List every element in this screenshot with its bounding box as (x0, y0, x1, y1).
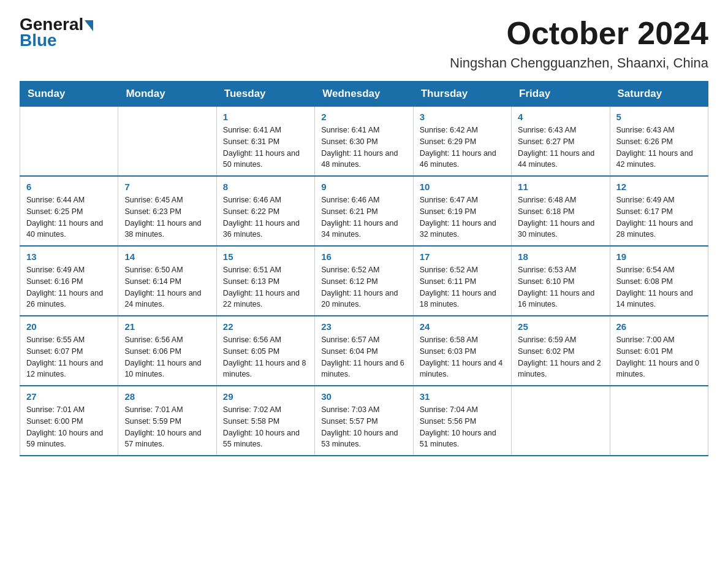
calendar-cell: 24Sunrise: 6:58 AM Sunset: 6:03 PM Dayli… (413, 316, 511, 386)
day-info: Sunrise: 6:52 AM Sunset: 6:11 PM Dayligh… (420, 264, 505, 310)
calendar-cell: 3Sunrise: 6:42 AM Sunset: 6:29 PM Daylig… (413, 107, 511, 177)
calendar-cell: 30Sunrise: 7:03 AM Sunset: 5:57 PM Dayli… (315, 386, 413, 456)
day-number: 1 (223, 112, 308, 122)
day-number: 12 (616, 182, 702, 192)
page-header: General Blue October 2024 (20, 15, 708, 52)
day-info: Sunrise: 6:41 AM Sunset: 6:31 PM Dayligh… (223, 124, 308, 170)
day-number: 29 (223, 391, 308, 402)
day-number: 14 (124, 251, 210, 262)
day-info: Sunrise: 6:57 AM Sunset: 6:04 PM Dayligh… (321, 334, 406, 380)
day-info: Sunrise: 6:52 AM Sunset: 6:12 PM Dayligh… (321, 264, 406, 310)
day-info: Sunrise: 6:51 AM Sunset: 6:13 PM Dayligh… (223, 264, 308, 310)
day-number: 8 (223, 182, 308, 192)
calendar-cell: 12Sunrise: 6:49 AM Sunset: 6:17 PM Dayli… (610, 176, 708, 246)
day-info: Sunrise: 6:45 AM Sunset: 6:23 PM Dayligh… (124, 194, 210, 240)
day-info: Sunrise: 6:50 AM Sunset: 6:14 PM Dayligh… (124, 264, 210, 310)
day-number: 18 (518, 251, 603, 262)
calendar-cell: 8Sunrise: 6:46 AM Sunset: 6:22 PM Daylig… (216, 176, 314, 246)
calendar-cell: 23Sunrise: 6:57 AM Sunset: 6:04 PM Dayli… (315, 316, 413, 386)
calendar-week-row: 27Sunrise: 7:01 AM Sunset: 6:00 PM Dayli… (20, 386, 708, 456)
day-number: 20 (26, 321, 112, 332)
calendar-cell: 18Sunrise: 6:53 AM Sunset: 6:10 PM Dayli… (512, 246, 610, 316)
logo-arrow-icon (85, 20, 93, 31)
calendar-header-sunday: Sunday (20, 82, 118, 107)
day-number: 30 (321, 391, 406, 402)
calendar-week-row: 6Sunrise: 6:44 AM Sunset: 6:25 PM Daylig… (20, 176, 708, 246)
calendar-header-tuesday: Tuesday (216, 82, 314, 107)
day-info: Sunrise: 6:46 AM Sunset: 6:22 PM Dayligh… (223, 194, 308, 240)
day-number: 5 (616, 112, 702, 122)
day-number: 4 (518, 112, 603, 122)
calendar-cell: 29Sunrise: 7:02 AM Sunset: 5:58 PM Dayli… (216, 386, 314, 456)
day-number: 17 (420, 251, 505, 262)
day-info: Sunrise: 6:44 AM Sunset: 6:25 PM Dayligh… (26, 194, 112, 240)
day-info: Sunrise: 7:02 AM Sunset: 5:58 PM Dayligh… (223, 404, 308, 450)
day-info: Sunrise: 6:59 AM Sunset: 6:02 PM Dayligh… (518, 334, 603, 380)
calendar-cell: 7Sunrise: 6:45 AM Sunset: 6:23 PM Daylig… (118, 176, 216, 246)
day-number: 11 (518, 182, 603, 192)
day-number: 2 (321, 112, 406, 122)
day-number: 7 (124, 182, 210, 192)
day-number: 19 (616, 251, 702, 262)
calendar-cell: 31Sunrise: 7:04 AM Sunset: 5:56 PM Dayli… (413, 386, 511, 456)
day-number: 21 (124, 321, 210, 332)
calendar-header-row: SundayMondayTuesdayWednesdayThursdayFrid… (20, 82, 708, 107)
calendar-cell (610, 386, 708, 456)
calendar-week-row: 13Sunrise: 6:49 AM Sunset: 6:16 PM Dayli… (20, 246, 708, 316)
day-info: Sunrise: 6:56 AM Sunset: 6:06 PM Dayligh… (124, 334, 210, 380)
day-info: Sunrise: 6:54 AM Sunset: 6:08 PM Dayligh… (616, 264, 702, 310)
calendar-header-friday: Friday (512, 82, 610, 107)
day-info: Sunrise: 6:47 AM Sunset: 6:19 PM Dayligh… (420, 194, 505, 240)
day-number: 23 (321, 321, 406, 332)
day-number: 31 (420, 391, 505, 402)
calendar-week-row: 1Sunrise: 6:41 AM Sunset: 6:31 PM Daylig… (20, 107, 708, 177)
day-info: Sunrise: 6:43 AM Sunset: 6:27 PM Dayligh… (518, 124, 603, 170)
calendar-week-row: 20Sunrise: 6:55 AM Sunset: 6:07 PM Dayli… (20, 316, 708, 386)
calendar-cell: 14Sunrise: 6:50 AM Sunset: 6:14 PM Dayli… (118, 246, 216, 316)
logo-blue-text: Blue (20, 31, 57, 50)
calendar-header-thursday: Thursday (413, 82, 511, 107)
calendar-cell (20, 107, 118, 177)
calendar-cell (118, 107, 216, 177)
day-info: Sunrise: 6:46 AM Sunset: 6:21 PM Dayligh… (321, 194, 406, 240)
day-info: Sunrise: 6:49 AM Sunset: 6:17 PM Dayligh… (616, 194, 702, 240)
calendar-cell: 22Sunrise: 6:56 AM Sunset: 6:05 PM Dayli… (216, 316, 314, 386)
location-subtitle: Ningshan Chengguanzhen, Shaanxi, China (20, 55, 708, 71)
calendar-cell: 1Sunrise: 6:41 AM Sunset: 6:31 PM Daylig… (216, 107, 314, 177)
calendar-cell: 20Sunrise: 6:55 AM Sunset: 6:07 PM Dayli… (20, 316, 118, 386)
calendar-header-wednesday: Wednesday (315, 82, 413, 107)
day-number: 25 (518, 321, 603, 332)
calendar-cell: 6Sunrise: 6:44 AM Sunset: 6:25 PM Daylig… (20, 176, 118, 246)
calendar-cell: 11Sunrise: 6:48 AM Sunset: 6:18 PM Dayli… (512, 176, 610, 246)
day-number: 22 (223, 321, 308, 332)
calendar-cell: 4Sunrise: 6:43 AM Sunset: 6:27 PM Daylig… (512, 107, 610, 177)
day-info: Sunrise: 6:53 AM Sunset: 6:10 PM Dayligh… (518, 264, 603, 310)
calendar-cell: 17Sunrise: 6:52 AM Sunset: 6:11 PM Dayli… (413, 246, 511, 316)
day-number: 3 (420, 112, 505, 122)
calendar-cell: 9Sunrise: 6:46 AM Sunset: 6:21 PM Daylig… (315, 176, 413, 246)
day-info: Sunrise: 7:00 AM Sunset: 6:01 PM Dayligh… (616, 334, 702, 380)
day-number: 6 (26, 182, 112, 192)
day-info: Sunrise: 6:41 AM Sunset: 6:30 PM Dayligh… (321, 124, 406, 170)
calendar-cell (512, 386, 610, 456)
day-info: Sunrise: 6:49 AM Sunset: 6:16 PM Dayligh… (26, 264, 112, 310)
day-number: 10 (420, 182, 505, 192)
calendar-cell: 19Sunrise: 6:54 AM Sunset: 6:08 PM Dayli… (610, 246, 708, 316)
calendar-cell: 13Sunrise: 6:49 AM Sunset: 6:16 PM Dayli… (20, 246, 118, 316)
day-info: Sunrise: 6:56 AM Sunset: 6:05 PM Dayligh… (223, 334, 308, 380)
day-number: 9 (321, 182, 406, 192)
calendar-header-monday: Monday (118, 82, 216, 107)
day-number: 24 (420, 321, 505, 332)
day-number: 26 (616, 321, 702, 332)
day-info: Sunrise: 6:55 AM Sunset: 6:07 PM Dayligh… (26, 334, 112, 380)
logo: General Blue (20, 15, 93, 50)
day-info: Sunrise: 6:58 AM Sunset: 6:03 PM Dayligh… (420, 334, 505, 380)
calendar-cell: 2Sunrise: 6:41 AM Sunset: 6:30 PM Daylig… (315, 107, 413, 177)
day-info: Sunrise: 7:04 AM Sunset: 5:56 PM Dayligh… (420, 404, 505, 450)
day-number: 27 (26, 391, 112, 402)
calendar-cell: 28Sunrise: 7:01 AM Sunset: 5:59 PM Dayli… (118, 386, 216, 456)
calendar-cell: 21Sunrise: 6:56 AM Sunset: 6:06 PM Dayli… (118, 316, 216, 386)
calendar-cell: 5Sunrise: 6:43 AM Sunset: 6:26 PM Daylig… (610, 107, 708, 177)
day-number: 13 (26, 251, 112, 262)
calendar-table: SundayMondayTuesdayWednesdayThursdayFrid… (20, 81, 708, 456)
